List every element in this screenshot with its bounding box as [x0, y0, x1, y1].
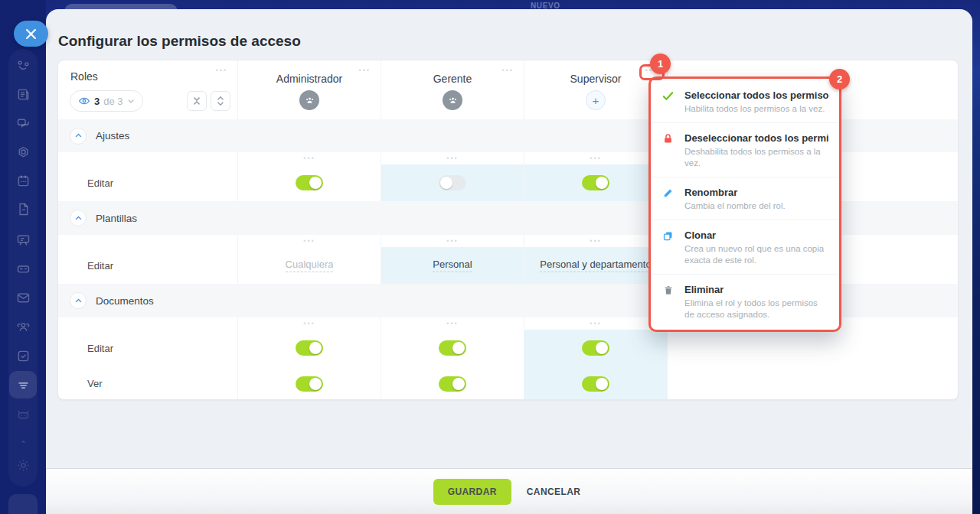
permission-cell: [524, 164, 667, 201]
roles-more-options-icon[interactable]: •••: [216, 67, 227, 74]
pencil-icon: [662, 187, 675, 200]
permission-cell: Personal: [381, 247, 524, 284]
menu-item-clone[interactable]: Clonar Crea un nuevo rol que es una copi…: [651, 220, 839, 274]
news-icon[interactable]: [9, 80, 37, 108]
permission-toggle[interactable]: [582, 340, 609, 356]
inbox-icon[interactable]: [9, 255, 37, 282]
cell-more-options-icon[interactable]: •••: [590, 155, 601, 162]
menu-item-delete[interactable]: Eliminar Elimina el rol y todos los perm…: [651, 274, 839, 328]
collapse-all-button[interactable]: [187, 91, 207, 111]
permission-cell: [237, 330, 381, 366]
permission-label: Editar: [58, 330, 237, 366]
role-name: Administrador: [276, 73, 342, 85]
section-collapse-button[interactable]: [70, 210, 87, 226]
section-label: Plantillas: [96, 213, 137, 224]
check-icon: [662, 89, 675, 102]
permission-row-documentos-editar: Editar: [58, 330, 958, 366]
cancel-button[interactable]: CANCELAR: [522, 479, 586, 505]
permission-cell: [237, 366, 381, 400]
role-context-menu: Seleccionar todos los permisos Habilita …: [648, 76, 841, 332]
filter-icon[interactable]: [9, 371, 37, 399]
people-icon[interactable]: [9, 313, 37, 340]
permission-cell: [524, 366, 667, 400]
role-name: Gerente: [433, 73, 472, 85]
permission-row-documentos-ver: Ver: [58, 366, 958, 400]
save-button[interactable]: GUARDAR: [433, 479, 511, 505]
permission-label: Ver: [58, 366, 237, 400]
callout-step-badge: 1: [650, 54, 671, 74]
cell-more-options-icon[interactable]: •••: [446, 238, 458, 245]
calendar-icon[interactable]: [9, 167, 37, 194]
document-icon[interactable]: [9, 195, 37, 223]
trash-icon: [662, 284, 675, 297]
expand-all-button[interactable]: [211, 91, 230, 111]
section-collapse-button[interactable]: [70, 292, 87, 309]
permission-cell: [381, 330, 524, 366]
chat-icon[interactable]: [9, 109, 37, 137]
hub-icon[interactable]: [9, 138, 37, 166]
menu-item-select-all[interactable]: Seleccionar todos los permisos Habilita …: [651, 80, 839, 122]
cell-more-options-icon[interactable]: •••: [590, 320, 601, 327]
permission-select-value[interactable]: Personal: [433, 259, 472, 272]
modal-footer: GUARDAR CANCELAR: [46, 469, 972, 514]
section-label: Ajustes: [96, 130, 129, 142]
cell-more-options-icon[interactable]: •••: [590, 238, 601, 245]
collapse-icon: [191, 96, 202, 106]
group-avatar-icon: [443, 90, 462, 110]
cell-more-options-icon[interactable]: •••: [303, 238, 315, 245]
permission-toggle[interactable]: [296, 340, 323, 356]
menu-item-deselect-all[interactable]: Deseleccionar todos los permi... Deshabi…: [651, 122, 839, 177]
permission-toggle[interactable]: [582, 376, 609, 392]
column-header-administrador: ••• Administrador: [237, 60, 381, 119]
chevron-down-icon: [127, 97, 135, 105]
permission-toggle[interactable]: [439, 376, 466, 392]
eye-icon: [78, 95, 90, 107]
permission-toggle[interactable]: [439, 340, 466, 356]
section-collapse-button[interactable]: [70, 128, 87, 145]
cell-more-options-icon[interactable]: •••: [446, 320, 458, 327]
callout-step-badge: 2: [829, 69, 850, 89]
column-more-options-icon[interactable]: •••: [502, 67, 514, 74]
permission-toggle[interactable]: [296, 175, 323, 190]
cell-more-options-icon[interactable]: •••: [303, 320, 315, 327]
roles-total: de 3: [103, 96, 122, 107]
modal-title: Configurar los permisos de acceso: [58, 33, 301, 50]
permission-toggle[interactable]: [582, 175, 609, 190]
clone-icon: [662, 229, 675, 242]
permission-toggle[interactable]: [439, 175, 466, 190]
cell-more-options-icon[interactable]: •••: [446, 155, 458, 162]
menu-item-rename[interactable]: Renombrar Cambia el nombre del rol.: [651, 177, 839, 220]
role-name: Supervisor: [570, 73, 622, 85]
chevron-up-icon: [74, 132, 83, 140]
permission-cell: Cualquiera: [237, 247, 381, 284]
tasks-icon[interactable]: [9, 342, 37, 369]
roles-filter-chip[interactable]: 3 de 3: [70, 90, 143, 112]
bot-icon[interactable]: [9, 400, 37, 428]
expand-icon: [215, 96, 226, 106]
close-icon: [26, 29, 36, 39]
group-avatar-icon: [299, 90, 319, 110]
column-more-options-icon[interactable]: •••: [359, 67, 371, 74]
permission-label: Editar: [58, 247, 237, 284]
section-label: Documentos: [96, 295, 154, 307]
cell-more-options-icon[interactable]: •••: [303, 155, 315, 162]
add-role-icon[interactable]: +: [586, 90, 606, 110]
sidebar-footer-item[interactable]: [8, 494, 38, 514]
permission-cell: [524, 330, 667, 366]
permission-label: Editar: [58, 164, 237, 201]
permission-select-value[interactable]: Cualquiera: [286, 259, 334, 272]
network-icon[interactable]: [9, 51, 37, 79]
chevron-up-icon: [74, 297, 83, 305]
mail-icon[interactable]: [9, 284, 37, 311]
chevron-up-icon: [74, 214, 83, 223]
modal-close-button[interactable]: [14, 21, 48, 47]
permission-toggle[interactable]: [296, 376, 323, 392]
sidebar: [0, 0, 46, 514]
permission-select-value[interactable]: Personal y departamento: [540, 259, 651, 272]
permission-cell: [381, 366, 524, 400]
presentation-icon[interactable]: [9, 226, 37, 253]
permission-cell: [237, 164, 381, 201]
permission-cell: Personal y departamento: [524, 247, 667, 284]
settings-icon[interactable]: [9, 451, 37, 479]
roles-header-cell: Roles ••• 3 de 3: [58, 60, 237, 119]
